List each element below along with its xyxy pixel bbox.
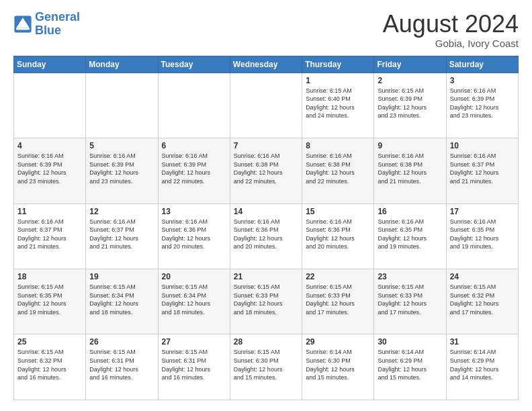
day-number: 24 xyxy=(450,272,515,281)
day-info: Sunrise: 6:15 AM Sunset: 6:40 PM Dayligh… xyxy=(306,87,370,120)
day-number: 7 xyxy=(234,141,298,150)
day-number: 8 xyxy=(306,141,370,150)
logo-icon xyxy=(13,15,32,34)
calendar-cell: 27Sunrise: 6:15 AM Sunset: 6:31 PM Dayli… xyxy=(158,334,230,400)
day-info: Sunrise: 6:15 AM Sunset: 6:35 PM Dayligh… xyxy=(17,283,82,316)
calendar-cell: 17Sunrise: 6:16 AM Sunset: 6:35 PM Dayli… xyxy=(446,203,518,269)
calendar-cell: 26Sunrise: 6:15 AM Sunset: 6:31 PM Dayli… xyxy=(86,334,158,400)
calendar-cell: 29Sunrise: 6:14 AM Sunset: 6:30 PM Dayli… xyxy=(302,334,374,400)
weekday-header-friday: Friday xyxy=(374,56,446,73)
calendar-cell: 14Sunrise: 6:16 AM Sunset: 6:36 PM Dayli… xyxy=(230,203,302,269)
logo-text: General Blue xyxy=(35,11,80,38)
calendar-week-2: 4Sunrise: 6:16 AM Sunset: 6:39 PM Daylig… xyxy=(14,138,519,203)
day-info: Sunrise: 6:16 AM Sunset: 6:37 PM Dayligh… xyxy=(89,218,154,251)
calendar-cell: 15Sunrise: 6:16 AM Sunset: 6:36 PM Dayli… xyxy=(302,203,374,269)
day-number: 30 xyxy=(378,337,442,347)
calendar-cell: 8Sunrise: 6:16 AM Sunset: 6:38 PM Daylig… xyxy=(302,138,374,203)
day-number: 10 xyxy=(450,141,515,150)
day-info: Sunrise: 6:15 AM Sunset: 6:32 PM Dayligh… xyxy=(17,348,82,381)
logo-line1: General xyxy=(35,10,80,24)
weekday-header-wednesday: Wednesday xyxy=(230,56,302,73)
calendar-cell: 6Sunrise: 6:16 AM Sunset: 6:39 PM Daylig… xyxy=(158,138,230,203)
calendar-cell: 20Sunrise: 6:15 AM Sunset: 6:34 PM Dayli… xyxy=(158,269,230,334)
day-info: Sunrise: 6:15 AM Sunset: 6:34 PM Dayligh… xyxy=(162,283,226,316)
day-number: 3 xyxy=(450,76,515,85)
day-number: 4 xyxy=(17,141,82,150)
calendar-cell xyxy=(86,73,158,138)
weekday-header-monday: Monday xyxy=(86,56,158,73)
calendar-cell: 11Sunrise: 6:16 AM Sunset: 6:37 PM Dayli… xyxy=(14,203,86,269)
day-info: Sunrise: 6:14 AM Sunset: 6:29 PM Dayligh… xyxy=(450,348,515,381)
calendar-cell: 23Sunrise: 6:15 AM Sunset: 6:33 PM Dayli… xyxy=(374,269,446,334)
calendar-cell: 21Sunrise: 6:15 AM Sunset: 6:33 PM Dayli… xyxy=(230,269,302,334)
day-number: 15 xyxy=(306,207,370,216)
calendar-cell xyxy=(14,73,86,138)
day-number: 27 xyxy=(162,337,226,347)
weekday-header-row: SundayMondayTuesdayWednesdayThursdayFrid… xyxy=(14,56,519,73)
day-number: 18 xyxy=(17,272,82,281)
weekday-header-thursday: Thursday xyxy=(302,56,374,73)
calendar-cell: 2Sunrise: 6:15 AM Sunset: 6:39 PM Daylig… xyxy=(374,73,446,138)
day-info: Sunrise: 6:16 AM Sunset: 6:39 PM Dayligh… xyxy=(89,152,154,185)
day-number: 26 xyxy=(89,337,154,347)
calendar-cell: 5Sunrise: 6:16 AM Sunset: 6:39 PM Daylig… xyxy=(86,138,158,203)
day-info: Sunrise: 6:16 AM Sunset: 6:39 PM Dayligh… xyxy=(17,152,82,185)
day-number: 23 xyxy=(378,272,442,281)
day-number: 20 xyxy=(162,272,226,281)
day-number: 16 xyxy=(378,207,442,216)
calendar-cell: 31Sunrise: 6:14 AM Sunset: 6:29 PM Dayli… xyxy=(446,334,518,400)
day-info: Sunrise: 6:15 AM Sunset: 6:39 PM Dayligh… xyxy=(378,87,442,120)
day-info: Sunrise: 6:15 AM Sunset: 6:34 PM Dayligh… xyxy=(89,283,154,316)
calendar-cell: 7Sunrise: 6:16 AM Sunset: 6:38 PM Daylig… xyxy=(230,138,302,203)
day-info: Sunrise: 6:16 AM Sunset: 6:36 PM Dayligh… xyxy=(306,218,370,251)
calendar-cell: 24Sunrise: 6:15 AM Sunset: 6:32 PM Dayli… xyxy=(446,269,518,334)
logo-line2: Blue xyxy=(35,24,61,37)
weekday-header-tuesday: Tuesday xyxy=(158,56,230,73)
day-info: Sunrise: 6:15 AM Sunset: 6:32 PM Dayligh… xyxy=(450,283,515,316)
header: General Blue August 2024 Gobia, Ivory Co… xyxy=(13,11,519,49)
day-number: 9 xyxy=(378,141,442,150)
logo: General Blue xyxy=(13,11,80,38)
weekday-header-saturday: Saturday xyxy=(446,56,518,73)
day-info: Sunrise: 6:16 AM Sunset: 6:38 PM Dayligh… xyxy=(378,152,442,185)
day-info: Sunrise: 6:15 AM Sunset: 6:31 PM Dayligh… xyxy=(162,348,226,381)
day-info: Sunrise: 6:16 AM Sunset: 6:36 PM Dayligh… xyxy=(234,218,298,251)
day-number: 12 xyxy=(89,207,154,216)
day-number: 19 xyxy=(89,272,154,281)
calendar-week-4: 18Sunrise: 6:15 AM Sunset: 6:35 PM Dayli… xyxy=(14,269,519,334)
calendar-table: SundayMondayTuesdayWednesdayThursdayFrid… xyxy=(13,56,519,400)
calendar-cell xyxy=(158,73,230,138)
calendar-cell: 16Sunrise: 6:16 AM Sunset: 6:35 PM Dayli… xyxy=(374,203,446,269)
calendar-cell: 10Sunrise: 6:16 AM Sunset: 6:37 PM Dayli… xyxy=(446,138,518,203)
svg-rect-2 xyxy=(16,28,30,30)
weekday-header-sunday: Sunday xyxy=(14,56,86,73)
day-info: Sunrise: 6:16 AM Sunset: 6:39 PM Dayligh… xyxy=(450,87,515,120)
day-info: Sunrise: 6:16 AM Sunset: 6:36 PM Dayligh… xyxy=(162,218,226,251)
day-info: Sunrise: 6:15 AM Sunset: 6:31 PM Dayligh… xyxy=(89,348,154,381)
day-number: 29 xyxy=(306,337,370,347)
calendar-cell xyxy=(230,73,302,138)
calendar-cell: 9Sunrise: 6:16 AM Sunset: 6:38 PM Daylig… xyxy=(374,138,446,203)
calendar-cell: 22Sunrise: 6:15 AM Sunset: 6:33 PM Dayli… xyxy=(302,269,374,334)
day-number: 25 xyxy=(17,337,82,347)
day-number: 14 xyxy=(234,207,298,216)
location: Gobia, Ivory Coast xyxy=(383,38,519,49)
calendar-cell: 1Sunrise: 6:15 AM Sunset: 6:40 PM Daylig… xyxy=(302,73,374,138)
day-number: 31 xyxy=(450,337,515,347)
calendar-cell: 12Sunrise: 6:16 AM Sunset: 6:37 PM Dayli… xyxy=(86,203,158,269)
calendar-cell: 18Sunrise: 6:15 AM Sunset: 6:35 PM Dayli… xyxy=(14,269,86,334)
day-info: Sunrise: 6:14 AM Sunset: 6:29 PM Dayligh… xyxy=(378,348,442,381)
title-block: August 2024 Gobia, Ivory Coast xyxy=(383,11,519,49)
day-number: 2 xyxy=(378,76,442,85)
day-info: Sunrise: 6:15 AM Sunset: 6:33 PM Dayligh… xyxy=(306,283,370,316)
day-number: 22 xyxy=(306,272,370,281)
calendar-week-1: 1Sunrise: 6:15 AM Sunset: 6:40 PM Daylig… xyxy=(14,73,519,138)
day-info: Sunrise: 6:16 AM Sunset: 6:39 PM Dayligh… xyxy=(162,152,226,185)
calendar-cell: 3Sunrise: 6:16 AM Sunset: 6:39 PM Daylig… xyxy=(446,73,518,138)
day-number: 6 xyxy=(162,141,226,150)
day-info: Sunrise: 6:16 AM Sunset: 6:35 PM Dayligh… xyxy=(450,218,515,251)
calendar-cell: 30Sunrise: 6:14 AM Sunset: 6:29 PM Dayli… xyxy=(374,334,446,400)
day-info: Sunrise: 6:14 AM Sunset: 6:30 PM Dayligh… xyxy=(306,348,370,381)
day-info: Sunrise: 6:15 AM Sunset: 6:33 PM Dayligh… xyxy=(234,283,298,316)
day-number: 11 xyxy=(17,207,82,216)
